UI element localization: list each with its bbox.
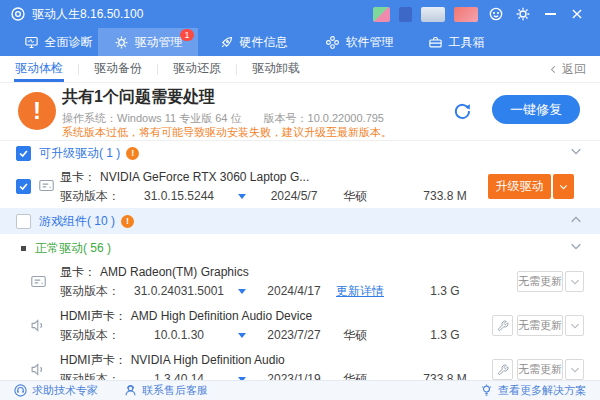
notification-badge: 1 (180, 29, 194, 41)
subtab-driver-backup[interactable]: 驱动备份 (93, 56, 143, 82)
footer-label: 查看更多解决方案 (498, 383, 586, 398)
checkbox-checked[interactable] (16, 146, 31, 161)
support-agent-icon (124, 384, 137, 397)
lightbulb-icon (480, 384, 493, 397)
driver-vendor: 华硕 (343, 187, 367, 205)
tab-toolbox[interactable]: 工具箱 (418, 28, 494, 56)
device-name: AMD Radeon(TM) Graphics (100, 265, 249, 279)
checkbox-checked[interactable] (16, 179, 31, 194)
chevron-down-icon (570, 322, 580, 330)
upgrade-driver-button[interactable]: 升级驱动 (488, 174, 551, 199)
footer-bar: 求助技术专家 联系售后客服 查看更多解决方案 (0, 380, 600, 400)
tab-full-diagnosis[interactable]: 全面诊断 (14, 28, 102, 56)
app-logo-icon (10, 6, 26, 22)
device-type-label: HDMI声卡： (60, 353, 127, 367)
no-update-needed-button[interactable]: 无需更新 (517, 359, 563, 380)
wrench-icon (497, 364, 509, 376)
issue-summary-panel: ! 共有1个问题需要处理 操作系统：Windows 11 专业版 64 位版本号… (0, 84, 600, 141)
chevron-down-icon[interactable] (570, 147, 582, 156)
version-label: 驱动版本： (60, 326, 120, 344)
driver-size: 1.3 G (405, 326, 485, 344)
theme-skin-thumbnail[interactable] (454, 7, 478, 22)
upgrade-options-dropdown[interactable] (553, 174, 574, 199)
speaker-icon (30, 361, 47, 378)
os-warning-text: 系统版本过低，将有可能导致驱动安装失败，建议升级至最新版本。 (62, 125, 392, 140)
driver-date: 2024/5/7 (256, 187, 332, 205)
rescan-icon[interactable] (452, 101, 472, 121)
update-details-link[interactable]: 更新详情 (336, 282, 384, 300)
chevron-down-icon[interactable] (570, 242, 582, 251)
speaker-icon (30, 317, 47, 334)
ask-expert-link[interactable]: 求助技术专家 (14, 383, 98, 398)
no-update-needed-button[interactable]: 无需更新 (517, 315, 563, 336)
repair-tool-button[interactable] (492, 315, 513, 336)
checkbox-unchecked[interactable] (16, 214, 31, 229)
gear-icon (114, 35, 129, 50)
subtab-driver-uninstall[interactable]: 驱动卸载 (251, 56, 301, 82)
subtab-driver-restore[interactable]: 驱动还原 (172, 56, 222, 82)
theme-skin-thumbnail[interactable] (373, 7, 390, 22)
tab-driver-management[interactable]: 驱动管理 1 (98, 28, 198, 56)
driver-card-icon (30, 273, 47, 290)
tab-label: 工具箱 (449, 34, 485, 51)
window-title: 驱动人生8.16.50.100 (32, 6, 143, 23)
theme-skin-thumbnail[interactable] (399, 7, 412, 22)
back-label: 返回 (562, 61, 586, 78)
close-button[interactable] (568, 5, 586, 23)
row-options-dropdown[interactable] (565, 315, 584, 336)
version-dropdown-icon[interactable] (238, 194, 246, 199)
wrench-icon (497, 320, 509, 332)
device-type-label: 显卡： (60, 265, 96, 279)
feedback-icon[interactable] (487, 5, 505, 23)
driver-row: 显卡：AMD Radeon(TM) Graphics 驱动版本： 31.0.24… (0, 260, 600, 304)
titlebar-controls (373, 5, 600, 23)
build-number: 版本号：10.0.22000.795 (264, 112, 384, 124)
os-info: 操作系统：Windows 11 专业版 64 位版本号：10.0.22000.7… (62, 111, 384, 126)
version-label: 驱动版本： (60, 282, 120, 300)
settings-gear-icon[interactable] (514, 5, 532, 23)
app-window: 驱动人生8.16.50.100 全面诊断 驱动管理 1 (0, 0, 600, 400)
warning-icon: ! (18, 92, 56, 130)
chevron-down-icon (570, 278, 580, 286)
subtab-driver-checkup[interactable]: 驱动体检 (14, 56, 64, 82)
version-dropdown-icon[interactable] (238, 289, 246, 294)
one-click-fix-button[interactable]: 一键修复 (492, 95, 580, 124)
driver-version: 10.0.1.30 (124, 326, 234, 344)
tab-label: 驱动管理 (135, 34, 183, 51)
driver-card-icon (38, 177, 55, 194)
tab-label: 软件管理 (346, 34, 394, 51)
bullet-icon (21, 246, 26, 251)
back-button[interactable]: 返回 (549, 61, 586, 78)
divider (236, 64, 237, 75)
no-update-needed-button[interactable]: 无需更新 (517, 271, 563, 292)
theme-skin-thumbnail[interactable] (421, 7, 445, 22)
section-label: 正常驱动( 56 ) (35, 240, 111, 257)
tab-hardware-info[interactable]: 硬件信息 (208, 28, 298, 56)
footer-label: 求助技术专家 (32, 383, 98, 398)
row-options-dropdown[interactable] (565, 359, 584, 380)
issue-title: 共有1个问题需要处理 (62, 87, 215, 108)
toolbox-icon (428, 35, 443, 50)
driver-date: 2024/4/17 (256, 282, 332, 300)
driver-version: 31.0.15.5244 (124, 187, 234, 205)
version-dropdown-icon[interactable] (238, 333, 246, 338)
driver-version: 31.0.24031.5001 (124, 282, 234, 300)
monitor-icon (24, 35, 39, 50)
tab-software-management[interactable]: 软件管理 (314, 28, 404, 56)
headset-icon (14, 384, 27, 397)
chevron-up-icon[interactable] (570, 215, 582, 224)
more-solutions-link[interactable]: 查看更多解决方案 (480, 383, 586, 398)
section-upgradable-drivers: 可升级驱动( 1 ) ! (0, 141, 600, 165)
minimize-button[interactable] (541, 5, 559, 23)
repair-tool-button[interactable] (492, 359, 513, 380)
driver-size: 733.8 M (405, 187, 485, 205)
device-type-label: 显卡： (60, 170, 96, 184)
contact-support-link[interactable]: 联系售后客服 (124, 383, 208, 398)
version-label: 驱动版本： (60, 187, 120, 205)
chevron-down-icon (570, 366, 580, 374)
os-version: 操作系统：Windows 11 专业版 64 位 (62, 112, 242, 124)
warning-badge-icon: ! (126, 147, 139, 160)
driver-size: 1.3 G (405, 282, 485, 300)
driver-row: HDMI声卡：AMD High Definition Audio Device … (0, 304, 600, 348)
row-options-dropdown[interactable] (565, 271, 584, 292)
